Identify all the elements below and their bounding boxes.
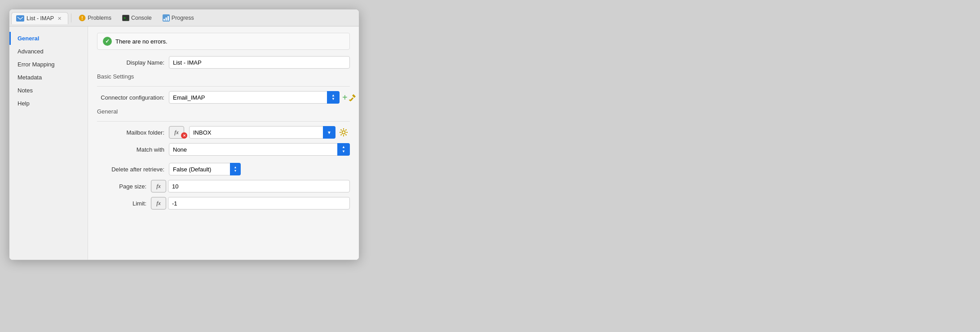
tab-separator [71, 13, 71, 22]
tab-progress-label: Progress [172, 15, 194, 21]
main-window: List - IMAP ✕ ! Problems >_ [9, 9, 359, 260]
sidebar-metadata-label: Metadata [18, 74, 42, 81]
delete-after-retrieve-row: Delete after retrieve: False (Default) ▲… [97, 163, 350, 175]
tab-problems[interactable]: ! Problems [73, 12, 117, 24]
delete-select-wrapper: False (Default) ▲ ▼ [169, 163, 241, 175]
limit-input[interactable] [168, 197, 350, 210]
limit-fx-label: fx [156, 200, 160, 207]
progress-icon [163, 14, 170, 22]
display-name-input[interactable] [169, 56, 350, 69]
email-tab-icon [16, 15, 24, 22]
mailbox-folder-label: Mailbox folder: [97, 129, 169, 136]
page-size-fx-label: fx [156, 183, 160, 190]
limit-row: Limit: fx [97, 197, 350, 210]
svg-rect-12 [349, 100, 352, 100]
sidebar-item-general[interactable]: General [9, 32, 88, 45]
svg-marker-11 [352, 94, 356, 98]
delete-after-retrieve-label: Delete after retrieve: [97, 166, 169, 173]
fx-error-badge: ✕ [181, 132, 187, 139]
svg-line-19 [345, 134, 346, 135]
match-with-select[interactable]: None [169, 143, 350, 156]
svg-text:>_: >_ [124, 16, 128, 20]
edit-icon [349, 93, 357, 101]
limit-fx-button[interactable]: fx [151, 197, 166, 210]
fx-label: fx [174, 129, 178, 136]
dropdown-arrow-icon: ▼ [327, 130, 331, 135]
general-divider [97, 121, 350, 122]
status-success-icon [103, 37, 112, 46]
status-bar: There are no errors. [97, 33, 350, 50]
edit-connector-button[interactable] [349, 92, 357, 103]
down-arrow-icon: ▼ [342, 149, 345, 154]
svg-rect-10 [349, 97, 353, 101]
svg-line-21 [341, 134, 342, 135]
connector-config-select[interactable]: Email_IMAP [169, 91, 340, 104]
tab-console[interactable]: >_ Console [117, 12, 157, 24]
svg-text:!: ! [81, 16, 83, 21]
console-icon: >_ [122, 15, 129, 21]
tab-progress[interactable]: Progress [157, 12, 199, 24]
mailbox-select-wrapper: INBOX ▼ [189, 126, 335, 139]
page-size-row: Page size: fx [97, 180, 350, 192]
svg-line-20 [345, 130, 346, 131]
delete-up-arrow-icon: ▲ [234, 166, 237, 169]
svg-rect-8 [165, 17, 167, 21]
tab-problems-label: Problems [88, 15, 111, 21]
tab-bar: List - IMAP ✕ ! Problems >_ [9, 9, 359, 26]
connector-config-wrapper: Email_IMAP ▲ ▼ [169, 91, 340, 104]
gear-icon [339, 127, 349, 137]
sidebar-item-advanced[interactable]: Advanced [9, 45, 88, 58]
delete-arrows-button[interactable]: ▲ ▼ [230, 163, 241, 175]
svg-rect-0 [17, 16, 23, 21]
display-name-label: Display Name: [97, 59, 169, 66]
limit-label: Limit: [97, 200, 151, 207]
svg-point-13 [342, 131, 345, 134]
up-arrow-icon: ▲ [342, 145, 345, 149]
sidebar-item-help[interactable]: Help [9, 97, 88, 110]
main-content: There are no errors. Display Name: Basic… [88, 26, 359, 260]
general-section-title: General [97, 108, 350, 117]
display-name-row: Display Name: [97, 56, 350, 69]
mailbox-folder-select[interactable]: INBOX [189, 126, 335, 139]
connector-config-label: Connector configuration: [97, 94, 169, 101]
match-with-label: Match with [97, 146, 169, 153]
basic-settings-title: Basic Settings [97, 73, 350, 82]
match-arrows-button[interactable]: ▲ ▼ [337, 143, 350, 156]
svg-line-18 [341, 130, 342, 131]
sidebar-item-metadata[interactable]: Metadata [9, 71, 88, 84]
sidebar-error-mapping-label: Error Mapping [18, 61, 54, 68]
sidebar-item-notes[interactable]: Notes [9, 84, 88, 97]
tab-console-label: Console [131, 15, 152, 21]
match-with-row: Match with None ▲ ▼ [97, 143, 350, 156]
tab-list-imap-label: List - IMAP [26, 15, 54, 22]
svg-rect-9 [168, 16, 169, 21]
mailbox-gear-button[interactable] [337, 126, 350, 139]
status-message: There are no errors. [115, 38, 168, 45]
sidebar-notes-label: Notes [18, 87, 33, 94]
body: General Advanced Error Mapping Metadata … [9, 26, 359, 260]
basic-settings-divider [97, 86, 350, 87]
mailbox-dropdown-button[interactable]: ▼ [323, 126, 335, 139]
sidebar-advanced-label: Advanced [18, 48, 44, 55]
mailbox-folder-row: Mailbox folder: fx ✕ INBOX ▼ [97, 126, 350, 139]
connector-config-row: Connector configuration: Email_IMAP ▲ ▼ … [97, 91, 350, 104]
page-size-fx-button[interactable]: fx [151, 180, 166, 192]
add-connector-button[interactable]: + [342, 92, 348, 103]
problems-icon: ! [79, 14, 86, 22]
tab-close-button[interactable]: ✕ [57, 16, 62, 22]
page-size-label: Page size: [97, 183, 151, 190]
page-size-input[interactable] [168, 180, 350, 192]
match-select-wrapper: None ▲ ▼ [169, 143, 350, 156]
svg-rect-7 [163, 19, 165, 21]
sidebar-help-label: Help [18, 100, 30, 107]
delete-down-arrow-icon: ▼ [234, 169, 237, 173]
tab-list-imap[interactable]: List - IMAP ✕ [11, 12, 68, 24]
sidebar-item-error-mapping[interactable]: Error Mapping [9, 58, 88, 71]
sidebar-general-label: General [18, 35, 39, 42]
sidebar: General Advanced Error Mapping Metadata … [9, 26, 88, 260]
